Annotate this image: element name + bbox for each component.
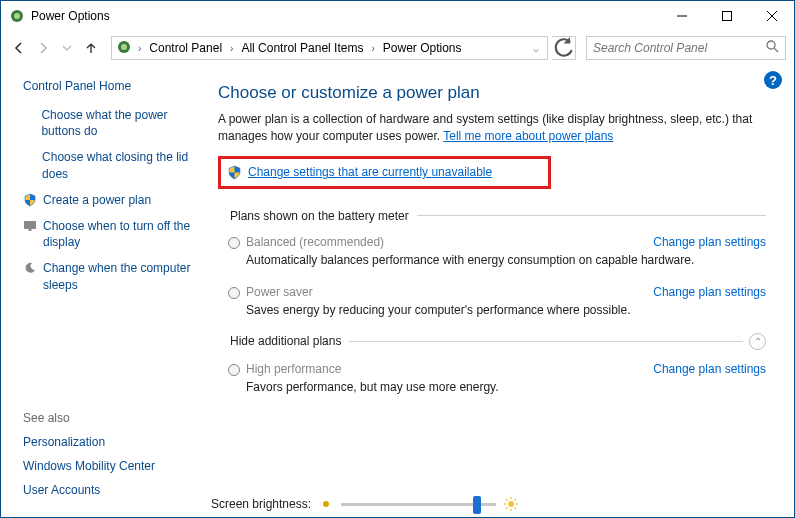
svg-rect-11 [29,229,32,231]
shield-icon [23,192,37,207]
power-options-icon [9,8,25,24]
sun-low-icon [319,497,333,511]
breadcrumb-leaf[interactable]: Power Options [381,41,464,55]
sidebar-item-turn-off-display[interactable]: Choose when to turn off the display [43,218,206,250]
refresh-button[interactable] [552,36,576,60]
plan-desc: Favors performance, but may use more ene… [246,380,766,394]
change-plan-settings-power-saver[interactable]: Change plan settings [653,285,766,299]
slider-thumb[interactable] [473,496,481,514]
forward-button[interactable] [33,38,53,58]
chevron-up-icon[interactable]: ⌃ [749,333,766,350]
recent-locations-button[interactable] [57,38,77,58]
sidebar-item-create-plan[interactable]: Create a power plan [43,192,151,208]
up-button[interactable] [81,38,101,58]
search-input[interactable] [593,41,766,55]
radio-high-performance[interactable] [228,364,240,376]
svg-line-21 [515,499,517,501]
change-unavailable-settings-link[interactable]: Change settings that are currently unava… [248,165,492,179]
breadcrumb-root[interactable]: Control Panel [147,41,224,55]
back-button[interactable] [9,38,29,58]
title-bar: Power Options [1,1,794,31]
brightness-label: Screen brightness: [211,497,311,511]
chevron-right-icon: › [369,43,376,54]
radio-balanced[interactable] [228,237,240,249]
svg-point-12 [323,501,329,507]
svg-point-13 [508,501,514,507]
brightness-control: Screen brightness: [211,497,770,511]
change-plan-settings-high-performance[interactable]: Change plan settings [653,362,766,376]
breadcrumb-box[interactable]: › Control Panel › All Control Panel Item… [111,36,548,60]
svg-point-1 [14,13,20,19]
search-icon[interactable] [766,40,779,56]
blank-icon [23,107,35,108]
see-also-section: See also Personalization Windows Mobilit… [23,411,206,507]
address-dropdown[interactable]: ⌵ [529,43,543,54]
sidebar-item-closing-lid[interactable]: Choose what closing the lid does [42,149,206,181]
page-title: Choose or customize a power plan [218,83,766,103]
chevron-right-icon: › [136,43,143,54]
sidebar: Control Panel Home Choose what the power… [1,65,216,517]
plan-high-performance: Change plan settings High performance Fa… [218,354,766,404]
control-panel-icon [116,39,132,58]
svg-line-20 [506,508,508,510]
plan-desc: Automatically balances performance with … [246,253,766,267]
svg-line-18 [506,499,508,501]
address-bar: › Control Panel › All Control Panel Item… [1,31,794,65]
uac-shield-icon [227,165,242,180]
svg-rect-3 [722,12,731,21]
hide-additional-heading[interactable]: Hide additional plans ⌃ [230,333,766,350]
seealso-personalization[interactable]: Personalization [23,435,105,449]
minimize-button[interactable] [659,2,704,31]
learn-more-link[interactable]: Tell me more about power plans [443,129,613,143]
maximize-button[interactable] [704,2,749,31]
brightness-slider[interactable] [341,503,496,506]
plans-section-heading: Plans shown on the battery meter [230,209,766,223]
svg-line-19 [515,508,517,510]
unlock-settings-box: Change settings that are currently unava… [218,156,551,189]
sun-high-icon [504,497,518,511]
search-box[interactable] [586,36,786,60]
radio-power-saver[interactable] [228,287,240,299]
plan-balanced: Change plan settings Balanced (recommend… [218,227,766,277]
sidebar-item-sleep[interactable]: Change when the computer sleeps [43,260,206,292]
blank-icon [23,149,36,150]
see-also-heading: See also [23,411,206,425]
chevron-right-icon: › [228,43,235,54]
page-description: A power plan is a collection of hardware… [218,111,766,146]
sidebar-item-power-buttons[interactable]: Choose what the power buttons do [41,107,206,139]
window-buttons [659,2,794,31]
svg-line-9 [774,48,778,52]
seealso-mobility-center[interactable]: Windows Mobility Center [23,459,155,473]
main-content: Choose or customize a power plan A power… [216,65,794,517]
control-panel-home-link[interactable]: Control Panel Home [23,79,206,93]
breadcrumb-mid[interactable]: All Control Panel Items [239,41,365,55]
seealso-user-accounts[interactable]: User Accounts [23,483,100,497]
plan-desc: Saves energy by reducing your computer's… [246,303,766,317]
change-plan-settings-balanced[interactable]: Change plan settings [653,235,766,249]
svg-point-7 [121,44,127,50]
close-button[interactable] [749,2,794,31]
moon-icon [23,260,37,275]
window-title: Power Options [31,9,110,23]
svg-point-8 [767,41,775,49]
svg-rect-10 [24,221,36,229]
plan-power-saver: Change plan settings Power saver Saves e… [218,277,766,327]
monitor-icon [23,218,37,233]
